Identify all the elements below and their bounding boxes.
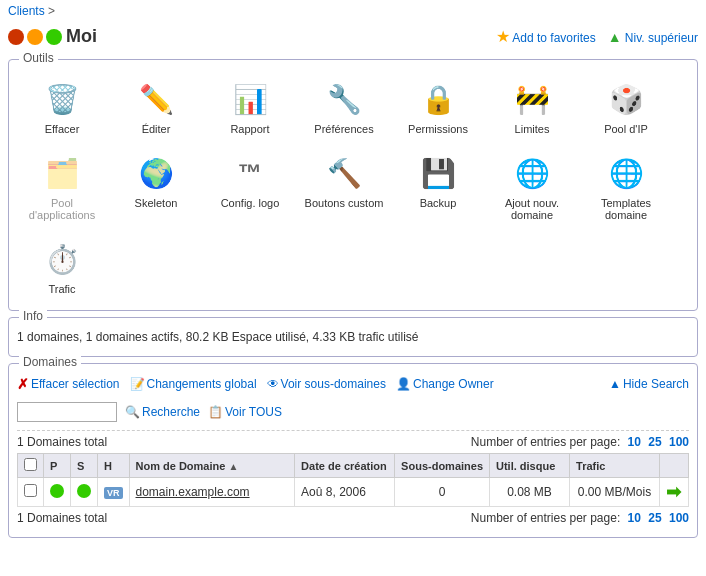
per-page-100-top[interactable]: 100 bbox=[669, 435, 689, 449]
row-checkbox[interactable] bbox=[24, 484, 37, 497]
tool-skeleton[interactable]: 🌍 Skeleton bbox=[111, 146, 201, 228]
traffic-lights bbox=[8, 29, 62, 45]
tool-boutons-custom[interactable]: 🔨 Boutons custom bbox=[299, 146, 389, 228]
status-p-green bbox=[50, 484, 64, 498]
x-icon: ✗ bbox=[17, 376, 29, 392]
voir-sous-domaines-link[interactable]: 👁 Voir sous-domaines bbox=[267, 377, 386, 391]
stop-button[interactable] bbox=[8, 29, 24, 45]
per-page-25-bottom[interactable]: 25 bbox=[648, 511, 661, 525]
row-subdomains: 0 bbox=[395, 478, 490, 507]
tool-backup[interactable]: 💾 Backup bbox=[393, 146, 483, 228]
row-date: Aoû 8, 2006 bbox=[295, 478, 395, 507]
config-logo-label: Config. logo bbox=[221, 197, 280, 209]
tool-permissions[interactable]: 🔒 Permissions bbox=[393, 72, 483, 142]
permissions-label: Permissions bbox=[408, 123, 468, 135]
tool-config-logo[interactable]: ™ Config. logo bbox=[205, 146, 295, 228]
tool-effacer[interactable]: 🗑️ Effacer bbox=[17, 72, 107, 142]
upper-level-link[interactable]: ▲ Niv. supérieur bbox=[608, 29, 698, 45]
tool-trafic[interactable]: ⏱️ Trafic bbox=[17, 232, 107, 302]
recherche-link[interactable]: 🔍 Recherche bbox=[125, 405, 200, 419]
domain-link[interactable]: domain.example.com bbox=[136, 485, 250, 499]
breadcrumb: Clients > bbox=[0, 0, 706, 22]
col-check-header bbox=[18, 454, 44, 478]
pool-apps-icon: 🗂️ bbox=[42, 153, 82, 193]
select-all-checkbox[interactable] bbox=[24, 458, 37, 471]
tool-editer[interactable]: ✏️ Éditer bbox=[111, 72, 201, 142]
editer-icon: ✏️ bbox=[136, 79, 176, 119]
tool-rapport[interactable]: 📊 Rapport bbox=[205, 72, 295, 142]
info-text: 1 domaines, 1 domaines actifs, 80.2 KB E… bbox=[17, 326, 689, 348]
skeleton-label: Skeleton bbox=[135, 197, 178, 209]
star-icon: ★ bbox=[496, 28, 510, 45]
rapport-label: Rapport bbox=[230, 123, 269, 135]
tool-preferences[interactable]: 🔧 Préférences bbox=[299, 72, 389, 142]
table-row: VR domain.example.com Aoû 8, 2006 0 0.08… bbox=[18, 478, 689, 507]
info-label: Info bbox=[19, 309, 47, 323]
permissions-icon: 🔒 bbox=[418, 79, 458, 119]
preferences-label: Préférences bbox=[314, 123, 373, 135]
effacer-selection-link[interactable]: ✗ Effacer sélection bbox=[17, 376, 120, 392]
row-trafic: 0.00 MB/Mois bbox=[570, 478, 660, 507]
col-date-header: Date de création bbox=[295, 454, 395, 478]
search-input[interactable] bbox=[17, 402, 117, 422]
header-right: ★ Add to favorites ▲ Niv. supérieur bbox=[496, 27, 698, 46]
col-disk-header: Util. disque bbox=[490, 454, 570, 478]
tool-pool-ip[interactable]: 🎲 Pool d'IP bbox=[581, 72, 671, 142]
sort-icon: ▲ bbox=[228, 461, 238, 472]
pool-apps-label: Pool d'applications bbox=[22, 197, 102, 221]
row-s bbox=[71, 478, 98, 507]
per-page-25-top[interactable]: 25 bbox=[648, 435, 661, 449]
voir-tous-link[interactable]: 📋 Voir TOUS bbox=[208, 405, 282, 419]
magnifier-icon: 🔍 bbox=[125, 405, 140, 419]
table-summary-bottom: 1 Domaines total Number of entries per p… bbox=[17, 507, 689, 529]
trafic-label: Trafic bbox=[48, 283, 75, 295]
list-icon: 📋 bbox=[208, 405, 223, 419]
add-to-favorites-link[interactable]: ★ Add to favorites bbox=[496, 27, 596, 46]
tools-grid: 🗑️ Effacer ✏️ Éditer 📊 Rapport 🔧 Préfére… bbox=[17, 68, 689, 302]
config-logo-icon: ™ bbox=[230, 153, 270, 193]
col-trafic-header: Trafic bbox=[570, 454, 660, 478]
boutons-custom-label: Boutons custom bbox=[305, 197, 384, 209]
header-left: Moi bbox=[8, 26, 97, 47]
row-p bbox=[44, 478, 71, 507]
row-disk: 0.08 MB bbox=[490, 478, 570, 507]
col-sub-header: Sous-domaines bbox=[395, 454, 490, 478]
domains-table: P S H Nom de Domaine ▲ Date de création … bbox=[17, 453, 689, 507]
editer-label: Éditer bbox=[142, 123, 171, 135]
breadcrumb-parent[interactable]: Clients bbox=[8, 4, 45, 18]
per-page-10-bottom[interactable]: 10 bbox=[628, 511, 641, 525]
per-page-100-bottom[interactable]: 100 bbox=[669, 511, 689, 525]
action-arrow-icon[interactable]: ➡ bbox=[666, 482, 681, 502]
pause-button[interactable] bbox=[27, 29, 43, 45]
pool-ip-icon: 🎲 bbox=[606, 79, 646, 119]
change-owner-link[interactable]: 👤 Change Owner bbox=[396, 377, 494, 391]
changements-global-link[interactable]: 📝 Changements global bbox=[130, 377, 257, 391]
effacer-label: Effacer bbox=[45, 123, 80, 135]
tool-limites[interactable]: 🚧 Limites bbox=[487, 72, 577, 142]
domaines-label: Domaines bbox=[19, 355, 81, 369]
col-action-header bbox=[660, 454, 689, 478]
total-count-bottom: 1 Domaines total bbox=[17, 511, 107, 525]
tool-templates-domaine[interactable]: 🌐 Templates domaine bbox=[581, 146, 671, 228]
tool-ajout-domaine[interactable]: 🌐 Ajout nouv. domaine bbox=[487, 146, 577, 228]
ajout-domaine-icon: 🌐 bbox=[512, 153, 552, 193]
col-p-header: P bbox=[44, 454, 71, 478]
go-button[interactable] bbox=[46, 29, 62, 45]
eye-icon: 👁 bbox=[267, 377, 279, 391]
col-domain-header[interactable]: Nom de Domaine ▲ bbox=[129, 454, 295, 478]
vr-badge: VR bbox=[104, 487, 123, 499]
tool-pool-apps: 🗂️ Pool d'applications bbox=[17, 146, 107, 228]
outils-label: Outils bbox=[19, 51, 58, 65]
row-h: VR bbox=[98, 478, 130, 507]
up-icon: ▲ bbox=[608, 29, 622, 45]
per-page-10-top[interactable]: 10 bbox=[628, 435, 641, 449]
domaines-actions-bar: ✗ Effacer sélection 📝 Changements global… bbox=[17, 372, 689, 398]
edit-icon: 📝 bbox=[130, 377, 145, 391]
col-s-header: S bbox=[71, 454, 98, 478]
backup-icon: 💾 bbox=[418, 153, 458, 193]
total-count-top: 1 Domaines total bbox=[17, 435, 107, 449]
row-action: ➡ bbox=[660, 478, 689, 507]
hide-search-link[interactable]: ▲ Hide Search bbox=[609, 377, 689, 391]
limites-icon: 🚧 bbox=[512, 79, 552, 119]
col-h-header: H bbox=[98, 454, 130, 478]
